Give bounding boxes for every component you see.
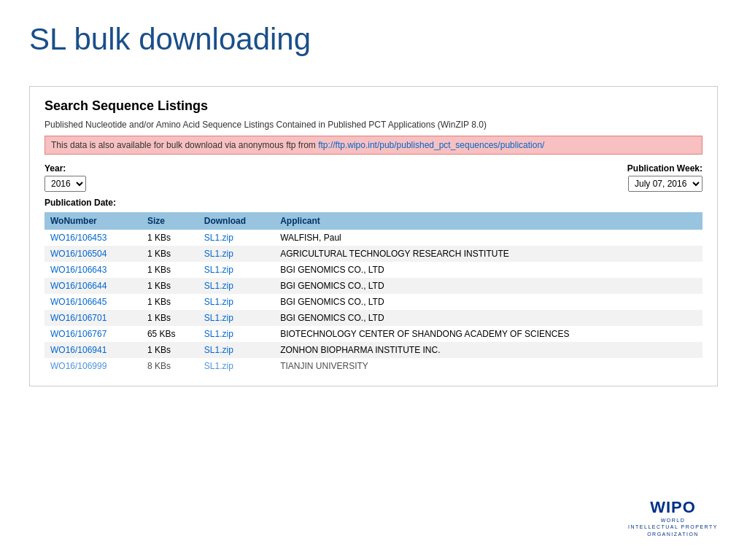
cell-size: 1 KBs (142, 310, 198, 326)
download-link[interactable]: SL1.zip (204, 361, 233, 371)
table-row: WO16/1069411 KBsSL1.zipZONHON BIOPHARMA … (44, 342, 703, 358)
cell-applicant: BGI GENOMICS CO., LTD (274, 310, 703, 326)
page-title: SL bulk downloading (29, 22, 718, 64)
cell-wonumber: WO16/106999 (44, 358, 142, 374)
cell-download: SL1.zip (198, 262, 274, 278)
cell-applicant: WALFISH, Paul (274, 230, 703, 246)
wo-link[interactable]: WO16/106453 (50, 233, 107, 243)
cell-size: 1 KBs (142, 342, 198, 358)
table-row: WO16/1066431 KBsSL1.zipBGI GENOMICS CO.,… (44, 262, 703, 278)
alert-text: This data is also available for bulk dow… (51, 140, 318, 150)
wipo-logo: WIPO WORLD INTELLECTUAL PROPERTY ORGANIZ… (628, 498, 718, 538)
wo-link[interactable]: WO16/106941 (50, 345, 107, 355)
table-row: WO16/1069998 KBsSL1.zipTIANJIN UNIVERSIT… (44, 358, 703, 374)
cell-download: SL1.zip (198, 326, 274, 342)
cell-applicant: AGRICULTURAL TECHNOLOGY RESEARCH INSTITU… (274, 246, 703, 262)
pubweek-label: Publication Week: (627, 163, 703, 174)
col-size: Size (142, 212, 198, 230)
year-select[interactable]: 2016 (44, 176, 86, 192)
table-row: WO16/1067011 KBsSL1.zipBGI GENOMICS CO.,… (44, 310, 703, 326)
cell-wonumber: WO16/106644 (44, 278, 142, 294)
slide-container: SL bulk downloading Search Sequence List… (0, 0, 747, 560)
table-row: WO16/1064531 KBsSL1.zipWALFISH, Paul (44, 230, 703, 246)
wo-link[interactable]: WO16/106999 (50, 361, 107, 371)
wo-link[interactable]: WO16/106644 (50, 281, 107, 291)
wipo-line3: ORGANIZATION (647, 532, 699, 537)
wipo-line1: WORLD (661, 518, 686, 523)
cell-download: SL1.zip (198, 294, 274, 310)
cell-download: SL1.zip (198, 358, 274, 374)
cell-size: 1 KBs (142, 294, 198, 310)
download-link[interactable]: SL1.zip (204, 233, 233, 243)
col-applicant: Applicant (274, 212, 703, 230)
cell-size: 65 KBs (142, 326, 198, 342)
cell-download: SL1.zip (198, 246, 274, 262)
table-body: WO16/1064531 KBsSL1.zipWALFISH, PaulWO16… (44, 230, 703, 374)
cell-size: 8 KBs (142, 358, 198, 374)
download-link[interactable]: SL1.zip (204, 265, 233, 275)
table-header: WoNumber Size Download Applicant (44, 212, 703, 230)
alert-bar: This data is also available for bulk dow… (44, 136, 703, 155)
table-row: WO16/10676765 KBsSL1.zipBIOTECHNOLOGY CE… (44, 326, 703, 342)
cell-download: SL1.zip (198, 342, 274, 358)
download-link[interactable]: SL1.zip (204, 313, 233, 323)
year-pubweek-row: Year: 2016 Publication Week: July 07, 20… (44, 163, 703, 192)
cell-applicant: BGI GENOMICS CO., LTD (274, 278, 703, 294)
content-area: Search Sequence Listings Published Nucle… (29, 86, 718, 386)
cell-download: SL1.zip (198, 230, 274, 246)
download-link[interactable]: SL1.zip (204, 249, 233, 259)
col-download: Download (198, 212, 274, 230)
wipo-line2: INTELLECTUAL PROPERTY (628, 524, 718, 529)
cell-applicant: ZONHON BIOPHARMA INSTITUTE INC. (274, 342, 703, 358)
search-heading: Search Sequence Listings (44, 98, 703, 114)
cell-wonumber: WO16/106504 (44, 246, 142, 262)
cell-size: 1 KBs (142, 230, 198, 246)
pubweek-select[interactable]: July 07, 2016 (628, 176, 703, 192)
wipo-sub-text: WORLD INTELLECTUAL PROPERTY ORGANIZATION (628, 517, 718, 538)
cell-wonumber: WO16/106941 (44, 342, 142, 358)
pubweek-section: Publication Week: July 07, 2016 (627, 163, 703, 192)
wo-link[interactable]: WO16/106645 (50, 297, 107, 307)
cell-size: 1 KBs (142, 246, 198, 262)
wo-link[interactable]: WO16/106701 (50, 313, 107, 323)
subtitle-text: Published Nucleotide and/or Amino Acid S… (44, 120, 703, 130)
alert-link[interactable]: ftp://ftp.wipo.int/pub/published_pct_seq… (318, 140, 544, 150)
year-label: Year: (44, 163, 86, 174)
year-section: Year: 2016 (44, 163, 86, 192)
cell-applicant: BGI GENOMICS CO., LTD (274, 262, 703, 278)
results-table: WoNumber Size Download Applicant WO16/10… (44, 212, 703, 374)
download-link[interactable]: SL1.zip (204, 329, 233, 339)
col-wonumber: WoNumber (44, 212, 142, 230)
cell-applicant: BIOTECHNOLOGY CENTER OF SHANDONG ACADEMY… (274, 326, 703, 342)
cell-download: SL1.zip (198, 278, 274, 294)
wo-link[interactable]: WO16/106504 (50, 249, 107, 259)
table-row: WO16/1065041 KBsSL1.zipAGRICULTURAL TECH… (44, 246, 703, 262)
cell-wonumber: WO16/106701 (44, 310, 142, 326)
cell-wonumber: WO16/106645 (44, 294, 142, 310)
cell-applicant: BGI GENOMICS CO., LTD (274, 294, 703, 310)
cell-size: 1 KBs (142, 278, 198, 294)
table-row: WO16/1066441 KBsSL1.zipBGI GENOMICS CO.,… (44, 278, 703, 294)
download-link[interactable]: SL1.zip (204, 281, 233, 291)
cell-download: SL1.zip (198, 310, 274, 326)
table-row: WO16/1066451 KBsSL1.zipBGI GENOMICS CO.,… (44, 294, 703, 310)
cell-applicant: TIANJIN UNIVERSITY (274, 358, 703, 374)
download-link[interactable]: SL1.zip (204, 345, 233, 355)
pub-date-label: Publication Date: (44, 198, 703, 208)
cell-wonumber: WO16/106767 (44, 326, 142, 342)
cell-wonumber: WO16/106453 (44, 230, 142, 246)
cell-wonumber: WO16/106643 (44, 262, 142, 278)
cell-size: 1 KBs (142, 262, 198, 278)
wo-link[interactable]: WO16/106767 (50, 329, 107, 339)
wipo-brand-text: WIPO (628, 498, 718, 517)
download-link[interactable]: SL1.zip (204, 297, 233, 307)
wo-link[interactable]: WO16/106643 (50, 265, 107, 275)
